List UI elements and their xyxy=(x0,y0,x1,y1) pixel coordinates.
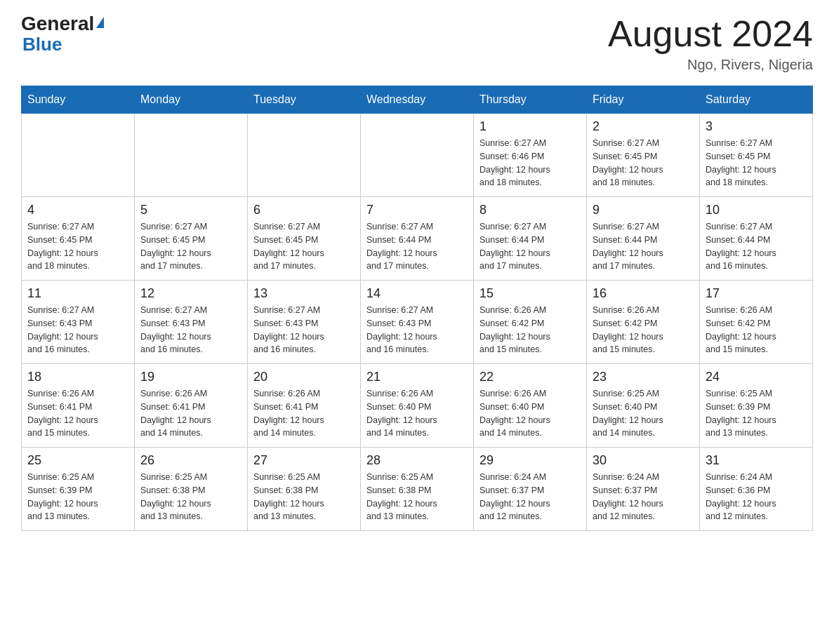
calendar-cell: 31Sunrise: 6:24 AMSunset: 6:36 PMDayligh… xyxy=(700,448,813,531)
logo-blue: Blue xyxy=(22,34,62,55)
header: General Blue August 2024 Ngo, Rivers, Ni… xyxy=(21,14,813,73)
calendar-cell: 29Sunrise: 6:24 AMSunset: 6:37 PMDayligh… xyxy=(474,448,587,531)
calendar-cell: 23Sunrise: 6:25 AMSunset: 6:40 PMDayligh… xyxy=(587,364,700,448)
day-number: 23 xyxy=(593,370,694,384)
day-number: 22 xyxy=(479,370,581,384)
day-number: 14 xyxy=(366,286,468,301)
day-number: 1 xyxy=(479,119,581,134)
calendar-cell: 25Sunrise: 6:25 AMSunset: 6:39 PMDayligh… xyxy=(22,448,135,531)
day-info: Sunrise: 6:25 AMSunset: 6:38 PMDaylight:… xyxy=(253,471,355,523)
day-number: 18 xyxy=(27,370,128,384)
day-info: Sunrise: 6:26 AMSunset: 6:42 PMDaylight:… xyxy=(479,304,581,356)
day-number: 24 xyxy=(706,370,807,384)
column-header-saturday: Saturday xyxy=(700,86,813,114)
calendar-cell: 19Sunrise: 6:26 AMSunset: 6:41 PMDayligh… xyxy=(135,364,248,448)
column-header-monday: Monday xyxy=(135,86,248,114)
calendar-cell: 6Sunrise: 6:27 AMSunset: 6:45 PMDaylight… xyxy=(248,197,361,281)
day-info: Sunrise: 6:27 AMSunset: 6:44 PMDaylight:… xyxy=(366,220,468,273)
week-row-5: 25Sunrise: 6:25 AMSunset: 6:39 PMDayligh… xyxy=(22,448,813,531)
day-info: Sunrise: 6:26 AMSunset: 6:40 PMDaylight:… xyxy=(366,387,468,440)
calendar-cell: 13Sunrise: 6:27 AMSunset: 6:43 PMDayligh… xyxy=(248,281,361,364)
day-number: 29 xyxy=(479,453,581,468)
title-area: August 2024 Ngo, Rivers, Nigeria xyxy=(608,14,813,73)
day-info: Sunrise: 6:27 AMSunset: 6:45 PMDaylight:… xyxy=(140,220,241,273)
calendar-cell: 8Sunrise: 6:27 AMSunset: 6:44 PMDaylight… xyxy=(474,197,587,281)
calendar-cell: 26Sunrise: 6:25 AMSunset: 6:38 PMDayligh… xyxy=(135,448,248,531)
day-info: Sunrise: 6:27 AMSunset: 6:44 PMDaylight:… xyxy=(479,220,581,273)
calendar-cell: 16Sunrise: 6:26 AMSunset: 6:42 PMDayligh… xyxy=(587,281,700,364)
calendar-cell xyxy=(22,114,135,197)
day-info: Sunrise: 6:27 AMSunset: 6:43 PMDaylight:… xyxy=(27,304,128,356)
calendar-cell xyxy=(248,114,361,197)
calendar-cell: 5Sunrise: 6:27 AMSunset: 6:45 PMDaylight… xyxy=(135,197,248,281)
day-info: Sunrise: 6:25 AMSunset: 6:38 PMDaylight:… xyxy=(140,471,241,523)
day-info: Sunrise: 6:27 AMSunset: 6:45 PMDaylight:… xyxy=(593,137,694,189)
calendar-cell xyxy=(135,114,248,197)
calendar-cell: 1Sunrise: 6:27 AMSunset: 6:46 PMDaylight… xyxy=(474,114,587,197)
day-info: Sunrise: 6:26 AMSunset: 6:42 PMDaylight:… xyxy=(706,304,807,356)
calendar-cell: 14Sunrise: 6:27 AMSunset: 6:43 PMDayligh… xyxy=(361,281,474,364)
day-number: 8 xyxy=(479,203,581,217)
location-subtitle: Ngo, Rivers, Nigeria xyxy=(608,57,813,73)
calendar-cell: 21Sunrise: 6:26 AMSunset: 6:40 PMDayligh… xyxy=(361,364,474,448)
day-number: 12 xyxy=(140,286,241,301)
calendar-cell: 10Sunrise: 6:27 AMSunset: 6:44 PMDayligh… xyxy=(700,197,813,281)
day-info: Sunrise: 6:27 AMSunset: 6:43 PMDaylight:… xyxy=(140,304,241,356)
day-info: Sunrise: 6:24 AMSunset: 6:37 PMDaylight:… xyxy=(479,471,581,523)
column-header-friday: Friday xyxy=(587,86,700,114)
calendar-cell: 27Sunrise: 6:25 AMSunset: 6:38 PMDayligh… xyxy=(248,448,361,531)
day-number: 19 xyxy=(140,370,241,384)
day-info: Sunrise: 6:27 AMSunset: 6:43 PMDaylight:… xyxy=(253,304,355,356)
column-header-wednesday: Wednesday xyxy=(361,86,474,114)
week-row-3: 11Sunrise: 6:27 AMSunset: 6:43 PMDayligh… xyxy=(22,281,813,364)
day-info: Sunrise: 6:26 AMSunset: 6:40 PMDaylight:… xyxy=(479,387,581,440)
column-header-sunday: Sunday xyxy=(22,86,135,114)
day-info: Sunrise: 6:26 AMSunset: 6:42 PMDaylight:… xyxy=(593,304,694,356)
day-number: 10 xyxy=(706,203,807,217)
calendar-cell: 28Sunrise: 6:25 AMSunset: 6:38 PMDayligh… xyxy=(361,448,474,531)
calendar-cell: 17Sunrise: 6:26 AMSunset: 6:42 PMDayligh… xyxy=(700,281,813,364)
calendar-cell: 30Sunrise: 6:24 AMSunset: 6:37 PMDayligh… xyxy=(587,448,700,531)
calendar-header-row: SundayMondayTuesdayWednesdayThursdayFrid… xyxy=(22,86,813,114)
logo: General Blue xyxy=(21,14,104,55)
day-info: Sunrise: 6:27 AMSunset: 6:44 PMDaylight:… xyxy=(706,220,807,273)
calendar-cell: 12Sunrise: 6:27 AMSunset: 6:43 PMDayligh… xyxy=(135,281,248,364)
day-info: Sunrise: 6:26 AMSunset: 6:41 PMDaylight:… xyxy=(253,387,355,440)
day-number: 31 xyxy=(706,453,807,468)
day-number: 26 xyxy=(140,453,241,468)
calendar-cell: 7Sunrise: 6:27 AMSunset: 6:44 PMDaylight… xyxy=(361,197,474,281)
day-info: Sunrise: 6:25 AMSunset: 6:39 PMDaylight:… xyxy=(706,387,807,440)
day-number: 28 xyxy=(366,453,468,468)
day-number: 9 xyxy=(593,203,694,217)
day-number: 11 xyxy=(27,286,128,301)
day-info: Sunrise: 6:25 AMSunset: 6:40 PMDaylight:… xyxy=(593,387,694,440)
day-info: Sunrise: 6:27 AMSunset: 6:46 PMDaylight:… xyxy=(479,137,581,189)
week-row-4: 18Sunrise: 6:26 AMSunset: 6:41 PMDayligh… xyxy=(22,364,813,448)
week-row-2: 4Sunrise: 6:27 AMSunset: 6:45 PMDaylight… xyxy=(22,197,813,281)
day-number: 20 xyxy=(253,370,355,384)
calendar-cell xyxy=(361,114,474,197)
calendar-cell: 20Sunrise: 6:26 AMSunset: 6:41 PMDayligh… xyxy=(248,364,361,448)
day-number: 21 xyxy=(366,370,468,384)
day-number: 2 xyxy=(593,119,694,134)
day-number: 16 xyxy=(593,286,694,301)
day-number: 17 xyxy=(706,286,807,301)
day-number: 4 xyxy=(27,203,128,217)
calendar-cell: 22Sunrise: 6:26 AMSunset: 6:40 PMDayligh… xyxy=(474,364,587,448)
day-number: 3 xyxy=(706,119,807,134)
calendar-cell: 2Sunrise: 6:27 AMSunset: 6:45 PMDaylight… xyxy=(587,114,700,197)
day-number: 15 xyxy=(479,286,581,301)
calendar-cell: 18Sunrise: 6:26 AMSunset: 6:41 PMDayligh… xyxy=(22,364,135,448)
calendar-cell: 3Sunrise: 6:27 AMSunset: 6:45 PMDaylight… xyxy=(700,114,813,197)
day-info: Sunrise: 6:26 AMSunset: 6:41 PMDaylight:… xyxy=(140,387,241,440)
calendar-cell: 24Sunrise: 6:25 AMSunset: 6:39 PMDayligh… xyxy=(700,364,813,448)
week-row-1: 1Sunrise: 6:27 AMSunset: 6:46 PMDaylight… xyxy=(22,114,813,197)
day-info: Sunrise: 6:27 AMSunset: 6:45 PMDaylight:… xyxy=(253,220,355,273)
day-number: 5 xyxy=(140,203,241,217)
calendar-cell: 11Sunrise: 6:27 AMSunset: 6:43 PMDayligh… xyxy=(22,281,135,364)
logo-triangle-icon xyxy=(96,17,104,28)
day-info: Sunrise: 6:25 AMSunset: 6:38 PMDaylight:… xyxy=(366,471,468,523)
calendar-cell: 4Sunrise: 6:27 AMSunset: 6:45 PMDaylight… xyxy=(22,197,135,281)
day-info: Sunrise: 6:25 AMSunset: 6:39 PMDaylight:… xyxy=(27,471,128,523)
column-header-thursday: Thursday xyxy=(474,86,587,114)
